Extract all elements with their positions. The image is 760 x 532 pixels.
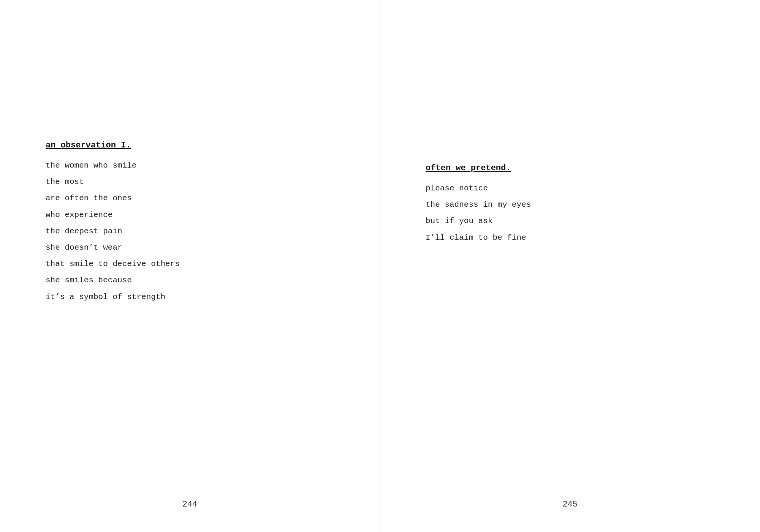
- poem-line-9: it’s a symbol of strength: [46, 292, 180, 302]
- right-poem-title: often we pretend.: [426, 163, 531, 173]
- left-poem: an observation I. the women who smile th…: [46, 141, 180, 309]
- right-page-number: 245: [562, 500, 578, 509]
- poem-line-3: are often the ones: [46, 193, 180, 203]
- left-page-number: 244: [182, 500, 198, 509]
- right-poem-line-4: I’ll claim to be fine: [426, 233, 531, 242]
- left-page: an observation I. the women who smile th…: [0, 0, 380, 532]
- right-poem-line-3: but if you ask: [426, 216, 531, 226]
- poem-line-6: she doesn’t wear: [46, 243, 180, 252]
- poem-line-7: that smile to deceive others: [46, 259, 180, 269]
- poem-line-4: who experience: [46, 210, 180, 220]
- poem-line-2: the most: [46, 177, 180, 187]
- poem-line-5: the deepest pain: [46, 226, 180, 236]
- right-page: often we pretend. please notice the sadn…: [380, 0, 760, 532]
- right-poem-line-2: the sadness in my eyes: [426, 200, 531, 209]
- left-poem-title: an observation I.: [46, 141, 180, 150]
- right-poem-line-1: please notice: [426, 184, 531, 193]
- poem-line-1: the women who smile: [46, 161, 180, 170]
- poem-line-8: she smiles because: [46, 276, 180, 285]
- right-poem: often we pretend. please notice the sadn…: [426, 163, 531, 249]
